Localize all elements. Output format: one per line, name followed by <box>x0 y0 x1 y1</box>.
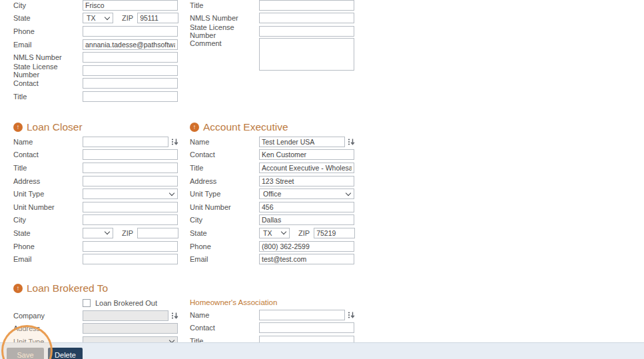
title-input[interactable] <box>259 163 354 173</box>
state-select[interactable]: TX <box>83 13 113 23</box>
state-license-number-input[interactable] <box>259 26 354 37</box>
zip-label: ZIP <box>122 14 133 22</box>
email-input[interactable] <box>83 39 178 50</box>
name-row: Name <box>190 308 376 322</box>
contact-input[interactable] <box>259 149 354 160</box>
section-title: Loan Brokered To <box>27 282 108 294</box>
title-label: Title <box>13 93 83 101</box>
phone-input[interactable] <box>83 241 178 252</box>
email-input[interactable] <box>83 254 178 264</box>
account-executive-section: ↑ Account Executive Name Contact Title A… <box>190 121 376 266</box>
state-license-number-input[interactable] <box>83 65 178 76</box>
phone-input[interactable] <box>259 241 354 252</box>
section-title: Account Executive <box>203 121 288 133</box>
unit-type-select[interactable] <box>83 188 178 199</box>
unit-type-label: Unit Type <box>190 190 259 198</box>
zip-label: ZIP <box>298 229 310 237</box>
contact-row: Contact <box>190 322 376 335</box>
city-label: City <box>190 216 259 224</box>
name-input[interactable] <box>83 137 168 147</box>
loan-brokered-out-checkbox[interactable] <box>83 299 91 307</box>
contact-label: Contact <box>190 151 259 159</box>
title-label: Title <box>13 164 83 172</box>
state-label: State <box>13 14 83 22</box>
address-row: Address <box>13 322 200 336</box>
address-input[interactable] <box>259 176 354 186</box>
nmls-number-input[interactable] <box>83 52 178 63</box>
loan-brokered-to-header: ↑ Loan Brokered To <box>13 282 200 294</box>
city-row: City <box>13 214 200 227</box>
contact-row: Contact <box>13 77 200 91</box>
name-label: Name <box>190 311 259 319</box>
comment-label: Comment <box>190 39 259 47</box>
collapse-up-circle-icon[interactable]: ↑ <box>13 123 23 132</box>
loan-closer-section: ↑ Loan Closer Name Contact Title Address… <box>13 121 200 266</box>
nmls-number-label: NMLS Number <box>190 14 259 22</box>
lookup-list-icon[interactable] <box>171 138 178 146</box>
unit-number-input[interactable] <box>259 202 354 212</box>
company-label: Company <box>13 312 83 320</box>
chevron-down-icon <box>281 229 286 234</box>
section-title: Loan Closer <box>27 121 83 133</box>
state-select[interactable] <box>83 228 113 238</box>
lookup-list-icon[interactable] <box>171 312 178 320</box>
contact-input[interactable] <box>83 149 178 160</box>
contact-label: Contact <box>190 324 259 332</box>
nmls-number-input[interactable] <box>259 13 354 23</box>
city-input[interactable] <box>83 214 178 225</box>
address-input[interactable] <box>83 176 178 186</box>
email-input[interactable] <box>259 254 354 264</box>
comment-row: Comment <box>190 38 376 71</box>
unit-type-label: Unit Type <box>13 190 83 198</box>
city-input[interactable] <box>259 214 354 225</box>
contact-row: Contact <box>190 149 376 162</box>
loan-contacts-page: City State TX ZIP Phone Email NMLS Numbe… <box>0 0 644 359</box>
unit-type-row: Unit Type <box>13 187 200 200</box>
address-label: Address <box>13 324 83 332</box>
delete-button[interactable]: Delete <box>48 348 83 359</box>
title-label: Title <box>190 164 259 172</box>
license-row: State License Number <box>190 25 376 38</box>
chevron-down-icon <box>105 15 110 20</box>
title-input[interactable] <box>83 163 178 173</box>
save-button[interactable]: Save <box>7 348 44 359</box>
title-input[interactable] <box>83 91 178 102</box>
email-label: Email <box>13 41 83 49</box>
chevron-down-icon <box>169 190 174 195</box>
name-input[interactable] <box>259 137 345 147</box>
name-row: Name <box>13 135 200 149</box>
unit-number-input[interactable] <box>83 202 178 212</box>
zip-input[interactable] <box>137 228 178 238</box>
city-label: City <box>13 1 83 9</box>
phone-row: Phone <box>13 240 200 253</box>
state-zip-row: State TX ZIP <box>13 12 200 25</box>
name-input[interactable] <box>259 310 345 320</box>
zip-input[interactable] <box>137 13 178 23</box>
company-input[interactable] <box>83 310 168 321</box>
title-row: Title <box>190 161 376 175</box>
email-row: Email <box>13 252 200 266</box>
state-label: State <box>190 229 259 237</box>
city-input[interactable] <box>83 0 178 11</box>
unit-type-select[interactable]: Office <box>259 188 354 199</box>
phone-input[interactable] <box>83 26 178 37</box>
loan-closer-header: ↑ Loan Closer <box>13 121 200 133</box>
contact-input[interactable] <box>259 322 354 333</box>
contact-input[interactable] <box>83 78 178 89</box>
lookup-list-icon[interactable] <box>348 138 355 146</box>
lookup-list-icon[interactable] <box>348 311 355 319</box>
section-title: Homeowner's Association <box>190 298 277 306</box>
state-zip-row: State TX ZIP <box>190 226 376 240</box>
collapse-up-circle-icon[interactable]: ↑ <box>190 123 199 132</box>
title-input[interactable] <box>259 0 354 11</box>
address-input[interactable] <box>83 323 178 334</box>
name-label: Name <box>190 138 259 146</box>
unit-number-row: Unit Number <box>13 200 200 214</box>
state-select[interactable]: TX <box>259 228 290 238</box>
comment-textarea[interactable] <box>259 38 354 71</box>
email-row: Email <box>13 38 200 51</box>
city-row: City <box>13 0 200 12</box>
zip-input[interactable] <box>314 228 355 238</box>
collapse-up-circle-icon[interactable]: ↑ <box>13 284 23 293</box>
state-select-value: TX <box>263 229 272 237</box>
